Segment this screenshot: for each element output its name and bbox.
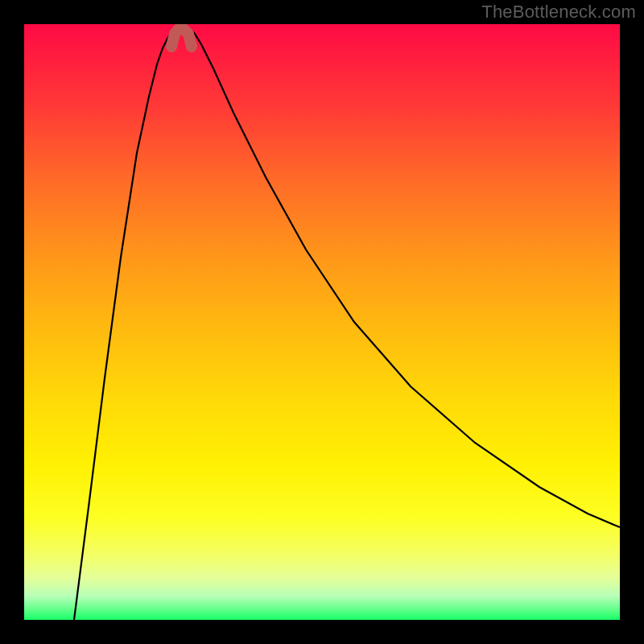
curve-layer (24, 24, 620, 620)
chart-frame: TheBottleneck.com (0, 0, 644, 644)
right-curve (191, 30, 620, 527)
watermark-text: TheBottleneck.com (481, 2, 636, 23)
left-curve (74, 30, 175, 620)
plot-area (24, 24, 620, 620)
bottom-u-marker (171, 29, 192, 47)
